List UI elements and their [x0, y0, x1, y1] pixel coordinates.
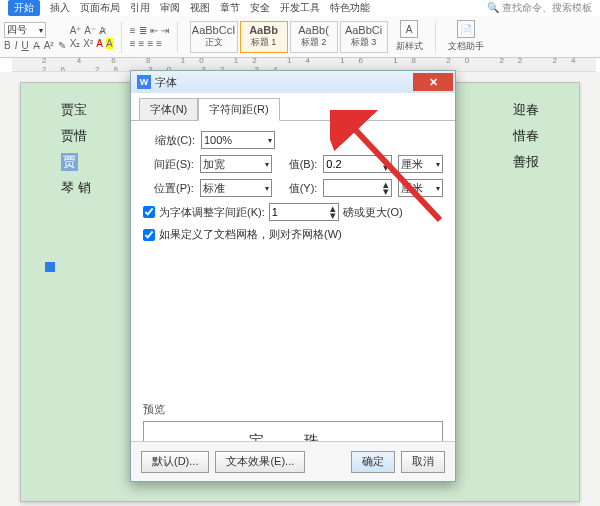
shrink-font-icon[interactable]: A⁻ — [84, 25, 96, 36]
value-b-unit-combo[interactable]: 厘米▾ — [398, 155, 443, 173]
value-y-label: 值(Y): — [278, 181, 317, 196]
menu-tab[interactable]: 审阅 — [160, 1, 180, 15]
underline-icon[interactable]: U — [21, 40, 28, 51]
font-color-icon[interactable]: A — [96, 38, 103, 49]
style-h2[interactable]: AaBb(标题 2 — [290, 21, 338, 53]
menu-tab[interactable]: 特色功能 — [330, 1, 370, 15]
value-b-spinner[interactable]: ▴▾ — [323, 155, 392, 173]
indent-dec-icon[interactable]: ⇤ — [150, 25, 158, 36]
scale-combo[interactable]: 100%▾ — [201, 131, 275, 149]
dialog-footer: 默认(D)... 文本效果(E)... 确定 取消 — [131, 441, 455, 481]
clear-format-icon[interactable]: A̷ — [99, 25, 106, 36]
style-normal[interactable]: AaBbCcI正文 — [190, 21, 238, 53]
kerning-spinner[interactable]: ▴▾ — [269, 203, 339, 221]
search-hint[interactable]: 🔍 查找命令、搜索模板 — [487, 1, 592, 15]
bold-icon[interactable]: B — [4, 40, 11, 51]
value-b-label: 值(B): — [278, 157, 317, 172]
app-w-icon: W — [137, 75, 151, 89]
value-b-input[interactable] — [326, 158, 372, 170]
strike-icon[interactable]: A̶ — [33, 40, 40, 51]
menu-tab[interactable]: 视图 — [190, 1, 210, 15]
kerning-checkbox[interactable] — [143, 206, 155, 218]
sub-icon[interactable]: X₂ — [70, 38, 81, 49]
kerning-label: 为字体调整字间距(K): — [159, 205, 265, 220]
spacing-label: 间距(S): — [143, 157, 194, 172]
toolbar: 四号▾ B I U A̶ A² ✎ A⁺ A⁻ A̷ X₂ X² A A ≡ ≣… — [0, 16, 600, 58]
tab-char-spacing[interactable]: 字符间距(R) — [198, 98, 279, 121]
kerning-unit: 磅或更大(O) — [343, 205, 403, 220]
dialog-title: 字体 — [155, 75, 177, 90]
align-center-icon[interactable]: ≡ — [139, 38, 145, 49]
highlight-icon[interactable]: ✎ — [58, 40, 66, 51]
dialog-tabs: 字体(N) 字符间距(R) — [131, 93, 455, 120]
font-size-combo[interactable]: 四号▾ — [4, 22, 46, 38]
position-label: 位置(P): — [143, 181, 194, 196]
preview-label: 预览 — [143, 402, 443, 417]
snap-grid-checkbox[interactable] — [143, 229, 155, 241]
super-icon[interactable]: A² — [44, 40, 54, 51]
tab-font[interactable]: 字体(N) — [139, 98, 198, 121]
menu-tab[interactable]: 插入 — [50, 1, 70, 15]
style-h3[interactable]: AaBbCi标题 3 — [340, 21, 388, 53]
spin-down-icon[interactable]: ▾ — [383, 164, 389, 171]
doc-assist-icon: 📄 — [457, 20, 475, 38]
value-y-spinner[interactable]: ▴▾ — [323, 179, 392, 197]
menu-tab[interactable]: 开发工具 — [280, 1, 320, 15]
menu-tab[interactable]: 章节 — [220, 1, 240, 15]
sup-icon[interactable]: X² — [83, 38, 93, 49]
selected-text: 贾 — [61, 153, 78, 171]
style-h1[interactable]: AaBb标题 1 — [240, 21, 288, 53]
dialog-body: 缩放(C): 100%▾ 间距(S): 加宽▾ 值(B): ▴▾ 厘米▾ 位置(… — [131, 120, 455, 442]
ok-button[interactable]: 确定 — [351, 451, 395, 473]
kerning-input[interactable] — [272, 206, 284, 218]
value-y-unit-combo[interactable]: 厘米▾ — [398, 179, 443, 197]
cancel-button[interactable]: 取消 — [401, 451, 445, 473]
menu-tab[interactable]: 引用 — [130, 1, 150, 15]
align-right-icon[interactable]: ≡ — [147, 38, 153, 49]
align-just-icon[interactable]: ≡ — [156, 38, 162, 49]
spin-down-icon[interactable]: ▾ — [383, 188, 389, 195]
align-left-icon[interactable]: ≡ — [130, 38, 136, 49]
font-dialog: W 字体 ✕ 字体(N) 字符间距(R) 缩放(C): 100%▾ 间距(S):… — [130, 70, 456, 482]
close-button[interactable]: ✕ — [413, 73, 453, 91]
text-effects-button[interactable]: 文本效果(E)... — [215, 451, 305, 473]
new-style-icon: A — [400, 20, 418, 38]
margin-marker-icon — [45, 262, 55, 272]
spin-down-icon[interactable]: ▾ — [330, 212, 336, 219]
new-style-button[interactable]: A新样式 — [392, 20, 427, 53]
scale-label: 缩放(C): — [143, 133, 195, 148]
preview-box: 宝 珠 — [143, 421, 443, 442]
grow-font-icon[interactable]: A⁺ — [70, 25, 82, 36]
position-combo[interactable]: 标准▾ — [200, 179, 272, 197]
fill-color-icon[interactable]: A — [106, 38, 113, 49]
spacing-combo[interactable]: 加宽▾ — [200, 155, 272, 173]
italic-icon[interactable]: I — [15, 40, 18, 51]
style-gallery: AaBbCcI正文 AaBb标题 1 AaBb(标题 2 AaBbCi标题 3 — [190, 21, 388, 53]
snap-grid-label: 如果定义了文档网格，则对齐网格(W) — [159, 227, 342, 242]
indent-inc-icon[interactable]: ⇥ — [161, 25, 169, 36]
list-number-icon[interactable]: ≣ — [139, 25, 147, 36]
menu-tab[interactable]: 安全 — [250, 1, 270, 15]
menubar: 开始 插入 页面布局 引用 审阅 视图 章节 安全 开发工具 特色功能 🔍 查找… — [0, 0, 600, 16]
value-y-input[interactable] — [326, 182, 372, 194]
dialog-titlebar[interactable]: W 字体 ✕ — [131, 71, 455, 93]
list-bullet-icon[interactable]: ≡ — [130, 25, 136, 36]
doc-assist-button[interactable]: 📄文档助手 — [444, 20, 488, 53]
default-button[interactable]: 默认(D)... — [141, 451, 209, 473]
menu-tab[interactable]: 页面布局 — [80, 1, 120, 15]
menu-tab-start[interactable]: 开始 — [8, 0, 40, 16]
